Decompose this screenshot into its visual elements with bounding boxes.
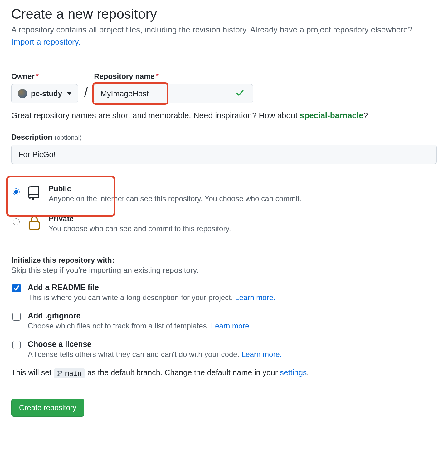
branch-prefix: This will set	[11, 368, 54, 377]
branch-suffix: .	[307, 368, 309, 377]
repo-name-label: Repository name*	[94, 72, 253, 81]
name-helper-prefix: Great repository names are short and mem…	[11, 111, 300, 120]
owner-dropdown[interactable]: pc-study	[11, 84, 78, 103]
visibility-private-desc: You choose who can see and commit to thi…	[49, 224, 231, 233]
readme-desc-text: This is where you can write a long descr…	[28, 293, 235, 302]
visibility-private-title: Private	[49, 214, 231, 223]
description-label-text: Description	[11, 133, 52, 141]
visibility-public-title: Public	[49, 184, 302, 193]
license-title: Choose a license	[28, 340, 282, 349]
chevron-down-icon	[67, 92, 71, 95]
visibility-public-radio[interactable]	[13, 188, 20, 195]
page-subtitle: A repository contains all project files,…	[11, 24, 437, 48]
gitignore-desc-text: Choose which files not to track from a l…	[28, 322, 211, 330]
initialize-title: Initialize this repository with:	[11, 256, 437, 265]
readme-learn-more-link[interactable]: Learn more.	[235, 293, 275, 302]
divider	[11, 386, 437, 386]
gitignore-desc: Choose which files not to track from a l…	[28, 322, 251, 330]
divider	[11, 57, 437, 57]
lock-icon	[27, 214, 42, 232]
check-icon	[236, 89, 244, 99]
page-title: Create a new repository	[11, 6, 437, 22]
license-checkbox[interactable]	[12, 341, 21, 349]
import-repository-link[interactable]: Import a repository.	[11, 37, 80, 46]
owner-repo-separator: /	[84, 85, 88, 103]
owner-label-text: Owner	[11, 72, 35, 80]
default-branch-note: This will set main as the default branch…	[11, 368, 437, 378]
license-desc-text: A license tells others what they can and…	[28, 350, 241, 358]
required-mark: *	[156, 72, 159, 80]
svg-rect-0	[29, 221, 39, 229]
branch-mid: as the default branch. Change the defaul…	[87, 368, 280, 377]
description-optional: (optional)	[55, 134, 82, 141]
readme-title: Add a README file	[28, 283, 275, 292]
visibility-public-desc: Anyone on the internet can see this repo…	[49, 194, 302, 203]
repository-name-input[interactable]	[94, 84, 253, 103]
repo-name-label-text: Repository name	[94, 72, 155, 80]
description-label: Description (optional)	[11, 133, 437, 142]
git-branch-icon	[57, 371, 63, 376]
name-suggestion-link[interactable]: special-barnacle	[300, 111, 363, 120]
name-helper-suffix: ?	[363, 111, 368, 120]
settings-link[interactable]: settings	[280, 368, 307, 377]
divider	[11, 172, 437, 172]
description-input[interactable]	[11, 145, 437, 164]
readme-desc: This is where you can write a long descr…	[28, 293, 275, 302]
owner-label: Owner*	[11, 72, 78, 81]
license-learn-more-link[interactable]: Learn more.	[241, 350, 282, 358]
repo-icon	[27, 184, 42, 202]
readme-checkbox[interactable]	[12, 284, 21, 292]
license-desc: A license tells others what they can and…	[28, 350, 282, 359]
gitignore-learn-more-link[interactable]: Learn more.	[211, 322, 251, 330]
create-repository-button[interactable]: Create repository	[11, 399, 84, 417]
avatar	[18, 89, 27, 98]
owner-value: pc-study	[31, 89, 62, 98]
branch-pill: main	[54, 368, 85, 378]
name-helper: Great repository names are short and mem…	[11, 111, 437, 120]
required-mark: *	[36, 72, 39, 80]
subtitle-text: A repository contains all project files,…	[11, 25, 412, 34]
visibility-private-radio[interactable]	[13, 218, 20, 225]
branch-name: main	[65, 369, 81, 377]
divider	[11, 248, 437, 248]
initialize-subtitle: Skip this step if you're importing an ex…	[11, 266, 437, 275]
gitignore-title: Add .gitignore	[28, 311, 251, 320]
gitignore-checkbox[interactable]	[12, 313, 21, 321]
